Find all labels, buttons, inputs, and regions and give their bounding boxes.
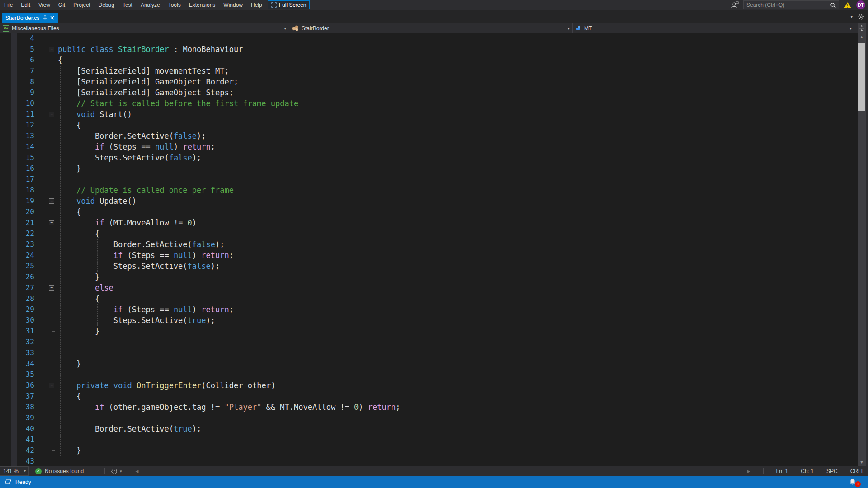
menu-item-extensions[interactable]: Extensions [185,0,220,10]
code-line-27[interactable]: 27− else [0,282,858,293]
member-dropdown[interactable]: MT ▾ [573,23,868,33]
project-dropdown[interactable]: C# Miscellaneous Files ▾ [0,23,289,33]
full-screen-button[interactable]: Full Screen [268,0,310,9]
fold-toggle[interactable]: − [49,198,54,204]
code-line-8[interactable]: 8 [SerializeField] GameObject Border; [0,76,858,87]
code-line-30[interactable]: 30 Steps.SetActive(true); [0,315,858,326]
vertical-scrollbar-thumb[interactable] [858,43,865,111]
code-line-43[interactable]: 43 [0,456,858,466]
menu-item-file[interactable]: File [0,0,17,10]
hscroll-right-arrow[interactable]: ▶ [747,469,750,474]
feedback-icon[interactable] [731,1,739,9]
line-number: 16 [0,163,34,174]
avatar[interactable]: DT [856,0,865,9]
menu-item-debug[interactable]: Debug [94,0,118,10]
search-placeholder: Search (Ctrl+Q) [746,2,830,8]
code-editor[interactable]: 45−public class StairBorder : MonoBehavi… [0,33,858,466]
code-line-28[interactable]: 28 { [0,293,858,304]
code-line-38[interactable]: 38 if (other.gameObject.tag != "Player" … [0,402,858,413]
code-line-42[interactable]: 42 } [0,445,858,456]
menu-item-window[interactable]: Window [219,0,247,10]
hscroll-left-arrow[interactable]: ◀ [136,469,139,474]
code-line-19[interactable]: 19− void Update() [0,196,858,206]
code-line-4[interactable]: 4 [0,33,858,44]
code-line-25[interactable]: 25 Steps.SetActive(false); [0,261,858,272]
tab-list-chevron-icon[interactable]: ▾ [850,14,853,19]
code-line-29[interactable]: 29 if (Steps == null) return; [0,304,858,315]
issues-text: No issues found [45,468,84,474]
space-mode[interactable]: SPC [826,468,838,474]
code-line-31[interactable]: 31 } [0,326,858,337]
scroll-down-arrow[interactable]: ▼ [858,458,866,466]
code-line-17[interactable]: 17 [0,174,858,185]
code-line-21[interactable]: 21− if (MT.MoveAllow != 0) [0,217,858,228]
code-text: } [58,358,81,369]
menu-item-git[interactable]: Git [54,0,69,10]
code-text: if (Steps == null) return; [58,304,234,315]
code-line-14[interactable]: 14 if (Steps == null) return; [0,141,858,152]
menu-item-project[interactable]: Project [69,0,94,10]
scroll-up-arrow[interactable]: ▲ [858,33,866,41]
issues-indicator[interactable]: ✓ No issues found [35,468,84,474]
fold-toggle[interactable]: − [49,112,54,117]
code-line-32[interactable]: 32 [0,337,858,347]
settings-gear-icon[interactable] [858,14,864,20]
code-line-26[interactable]: 26 } [0,272,858,282]
code-line-22[interactable]: 22 { [0,228,858,239]
line-number: 4 [0,33,34,44]
code-line-18[interactable]: 18 // Update is called once per frame [0,185,858,196]
notifications-button[interactable]: 1 [849,478,857,486]
menu-item-test[interactable]: Test [118,0,137,10]
close-icon[interactable] [50,16,54,20]
code-line-10[interactable]: 10 // Start is called before the first f… [0,98,858,109]
code-line-35[interactable]: 35 [0,369,858,380]
code-line-37[interactable]: 37 { [0,391,858,402]
search-input[interactable]: Search (Ctrl+Q) [743,0,839,9]
code-line-20[interactable]: 20 { [0,206,858,217]
tab-stairborder[interactable]: StairBorder.cs [2,13,58,23]
menu-item-edit[interactable]: Edit [17,0,34,10]
menu-item-help[interactable]: Help [247,0,266,10]
fold-toggle[interactable]: − [49,383,54,388]
search-icon[interactable] [830,2,836,8]
code-line-12[interactable]: 12 { [0,120,858,131]
code-line-33[interactable]: 33 [0,347,858,358]
split-editor-button[interactable] [858,23,866,33]
line-ending[interactable]: CRLF [850,468,864,474]
document-health-icon[interactable] [111,468,118,474]
fold-toggle[interactable]: − [49,220,54,225]
code-text: [SerializeField] GameObject Steps; [58,87,234,98]
code-line-34[interactable]: 34 } [0,358,858,369]
code-line-24[interactable]: 24 if (Steps == null) return; [0,250,858,261]
menu-item-analyze[interactable]: Analyze [137,0,164,10]
cursor-line[interactable]: Ln: 1 [776,468,788,474]
code-line-5[interactable]: 5−public class StairBorder : MonoBehavio… [0,44,858,55]
code-line-40[interactable]: 40 Border.SetActive(true); [0,423,858,434]
code-line-11[interactable]: 11− void Start() [0,109,858,120]
code-line-15[interactable]: 15 Steps.SetActive(false); [0,152,858,163]
fold-toggle[interactable]: − [49,47,54,52]
warning-icon[interactable] [844,2,852,9]
menu-item-view[interactable]: View [34,0,54,10]
cursor-column[interactable]: Ch: 1 [801,468,814,474]
type-dropdown[interactable]: StairBorder ▾ [289,23,573,33]
code-line-23[interactable]: 23 Border.SetActive(false); [0,239,858,250]
code-line-6[interactable]: 6{ [0,55,858,66]
health-chevron-icon[interactable]: ▾ [120,469,122,474]
code-line-9[interactable]: 9 [SerializeField] GameObject Steps; [0,87,858,98]
code-line-41[interactable]: 41 [0,434,858,445]
zoom-selector[interactable]: 141 % ▾ [0,466,29,476]
code-line-7[interactable]: 7 [SerializeField] movementTest MT; [0,66,858,76]
code-line-39[interactable]: 39 [0,413,858,423]
class-icon [292,25,299,31]
line-number: 24 [0,250,34,261]
fold-toggle[interactable]: − [49,285,54,291]
window-edge [866,23,868,466]
code-lines: 45−public class StairBorder : MonoBehavi… [0,33,858,466]
pin-icon[interactable] [42,15,47,20]
code-line-36[interactable]: 36− private void OnTriggerEnter(Collider… [0,380,858,391]
code-line-16[interactable]: 16 } [0,163,858,174]
vertical-scrollbar[interactable]: ▲ ▼ [858,33,866,466]
code-line-13[interactable]: 13 Border.SetActive(false); [0,131,858,141]
menu-item-tools[interactable]: Tools [164,0,185,10]
